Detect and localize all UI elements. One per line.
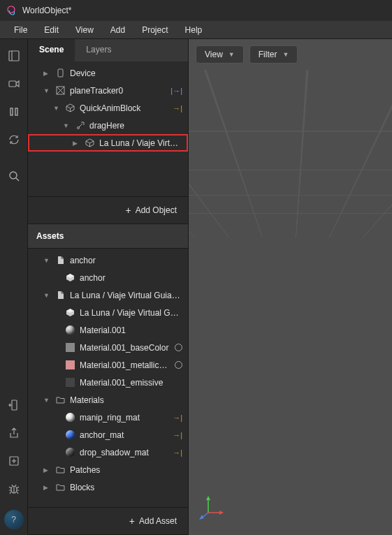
- viewport-canvas[interactable]: [189, 70, 392, 535]
- filter-btn-label: Filter: [259, 50, 277, 59]
- swatch-dark: [64, 377, 75, 388]
- asset-item-label: Blocks: [70, 483, 182, 492]
- scene-item-row[interactable]: ▶Device: [28, 64, 188, 82]
- svg-rect-2: [9, 81, 16, 87]
- asset-item-row[interactable]: Material.001_emissive: [28, 374, 188, 391]
- scene-item-row[interactable]: ▼dragHere: [28, 117, 188, 134]
- add-box-icon[interactable]: [3, 450, 25, 472]
- title-bar: WorldObject*: [0, 0, 392, 21]
- asset-item-label: anchor_mat: [80, 430, 168, 440]
- asset-item-row[interactable]: ▶Blocks: [28, 478, 188, 496]
- disclosure-icon[interactable]: ▶: [43, 70, 50, 77]
- link-badge-icon: →|: [168, 413, 182, 422]
- viewport-filter-button[interactable]: Filter▼: [249, 45, 298, 64]
- sphere-gray: [64, 325, 75, 336]
- device-send-icon[interactable]: [3, 394, 25, 416]
- asset-item-row[interactable]: Material.001_metallicRo...: [28, 356, 188, 374]
- asset-item-row[interactable]: Material.001_baseColor: [28, 339, 188, 356]
- menu-project[interactable]: Project: [133, 22, 176, 38]
- asset-item-row[interactable]: ▼Materials: [28, 391, 188, 409]
- share-icon[interactable]: [3, 422, 25, 444]
- asset-item-row[interactable]: ▶Patches: [28, 461, 188, 478]
- menu-view[interactable]: View: [67, 22, 102, 38]
- scene-item-label: dragHere: [89, 121, 182, 131]
- disclosure-icon[interactable]: ▶: [43, 484, 50, 491]
- ring-badge-icon: [175, 344, 182, 351]
- swatch-pink: [64, 360, 75, 371]
- svg-marker-21: [219, 511, 224, 515]
- disclosure-icon[interactable]: ▼: [43, 292, 50, 299]
- svg-rect-0: [9, 51, 19, 61]
- disclosure-icon[interactable]: ▼: [43, 257, 50, 264]
- swatch-gray: [64, 342, 75, 353]
- search-icon[interactable]: [3, 165, 25, 187]
- menu-file[interactable]: File: [6, 22, 36, 38]
- video-icon[interactable]: [3, 73, 25, 95]
- cube-icon: [84, 138, 95, 149]
- menu-bar: File Edit View Add Project Help: [0, 21, 392, 39]
- add-object-button[interactable]: +Add Object: [125, 205, 177, 216]
- scene-item-row[interactable]: ▼QuickAnimBlock→|: [28, 99, 188, 117]
- link-badge-icon: →|: [168, 448, 182, 457]
- help-icon[interactable]: ?: [4, 510, 24, 529]
- pause-icon[interactable]: [3, 101, 25, 123]
- cube-solid-icon: [64, 272, 75, 284]
- device-icon: [55, 68, 66, 79]
- svg-rect-4: [15, 108, 17, 115]
- disclosure-icon[interactable]: ▶: [43, 467, 50, 474]
- refresh-icon[interactable]: [3, 129, 25, 151]
- file-icon: [55, 290, 66, 301]
- scene-item-label: La Luna / Viaje Virtual ...: [99, 138, 182, 148]
- asset-item-label: manip_ring_mat: [80, 413, 168, 423]
- menu-add[interactable]: Add: [102, 22, 133, 38]
- asset-item-label: anchor: [80, 273, 182, 283]
- ring-badge-icon: [175, 361, 182, 369]
- viewport-toolbar: View▼ Filter▼: [189, 39, 392, 70]
- viewport-view-button[interactable]: View▼: [196, 45, 244, 64]
- scene-item-row[interactable]: ▶La Luna / Viaje Virtual ...: [28, 134, 188, 152]
- asset-item-label: anchor: [70, 256, 182, 265]
- disclosure-icon[interactable]: ▼: [63, 122, 70, 129]
- menu-help[interactable]: Help: [177, 22, 211, 38]
- disclosure-icon[interactable]: ▼: [53, 105, 60, 112]
- cube-solid-icon: [64, 307, 75, 318]
- link-badge-icon: →|: [168, 104, 182, 112]
- asset-item-label: La Luna / Viaje Virtual Guiado /...: [70, 291, 182, 300]
- tab-layers[interactable]: Layers: [75, 39, 122, 61]
- bug-icon[interactable]: [3, 478, 25, 500]
- sphere-white: [64, 412, 75, 423]
- asset-item-row[interactable]: ▼anchor: [28, 251, 188, 269]
- asset-item-label: Material.001_baseColor: [80, 343, 170, 353]
- add-asset-label: Add Asset: [139, 516, 177, 526]
- tab-scene[interactable]: Scene: [28, 39, 75, 61]
- asset-item-row[interactable]: manip_ring_mat→|: [28, 409, 188, 426]
- svg-marker-23: [199, 515, 204, 520]
- view-btn-label: View: [205, 50, 223, 59]
- folder-icon: [55, 464, 66, 476]
- asset-item-row[interactable]: drop_shadow_mat→|: [28, 444, 188, 461]
- asset-item-row[interactable]: Material.001: [28, 321, 188, 339]
- asset-item-label: Material.001_metallicRo...: [80, 360, 170, 370]
- scene-item-row[interactable]: ▼planeTracker0|→|: [28, 82, 188, 99]
- scene-item-label: QuickAnimBlock: [80, 103, 168, 113]
- scene-item-label: planeTracker0: [70, 86, 166, 96]
- add-asset-button[interactable]: +Add Asset: [129, 515, 177, 527]
- plus-icon: +: [125, 205, 131, 216]
- asset-item-row[interactable]: ▼La Luna / Viaje Virtual Guiado /...: [28, 286, 188, 304]
- layout-icon[interactable]: [3, 45, 25, 67]
- svg-line-6: [16, 178, 19, 181]
- chevron-down-icon: ▼: [282, 51, 289, 58]
- asset-item-row[interactable]: anchor: [28, 269, 188, 286]
- axis-gizmo-icon[interactable]: [197, 490, 228, 521]
- disclosure-icon[interactable]: ▼: [43, 397, 50, 404]
- cube-icon: [64, 103, 75, 114]
- svg-rect-3: [10, 108, 13, 115]
- asset-item-row[interactable]: anchor_mat→|: [28, 426, 188, 444]
- asset-item-row[interactable]: La Luna / Viaje Virtual Guiad...: [28, 304, 188, 321]
- window-title: WorldObject*: [22, 6, 71, 15]
- viewport: View▼ Filter▼: [189, 39, 392, 535]
- left-panel: Scene Layers ▶Device▼planeTracker0|→|▼Qu…: [28, 39, 189, 535]
- disclosure-icon[interactable]: ▶: [73, 140, 80, 147]
- disclosure-icon[interactable]: ▼: [43, 87, 50, 94]
- menu-edit[interactable]: Edit: [36, 22, 67, 38]
